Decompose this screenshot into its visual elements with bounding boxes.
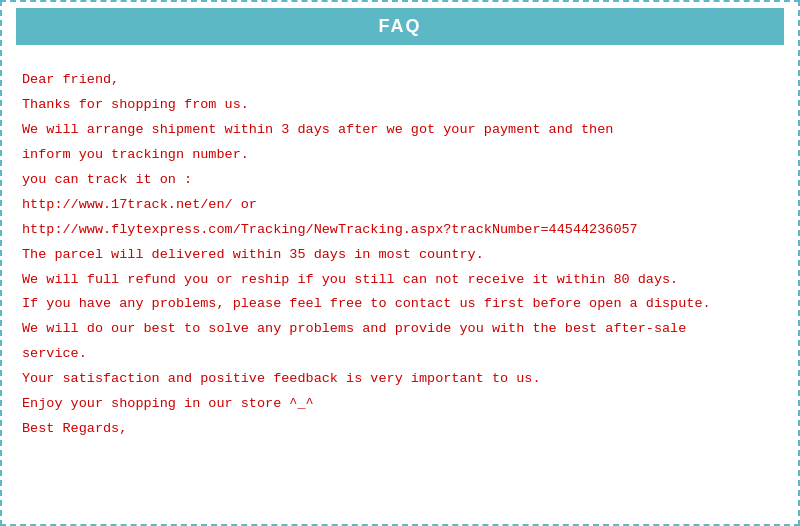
content-line: We will do our best to solve any problem… <box>22 318 778 341</box>
faq-title: FAQ <box>378 16 421 36</box>
content-line: inform you trackingn number. <box>22 144 778 167</box>
content-line: If you have any problems, please feel fr… <box>22 293 778 316</box>
content-line: http://www.17track.net/en/ or <box>22 194 778 217</box>
page-wrapper: FAQ Dear friend,Thanks for shopping from… <box>0 0 800 526</box>
content-line: We will arrange shipment within 3 days a… <box>22 119 778 142</box>
content-line: Dear friend, <box>22 69 778 92</box>
content-line: We will full refund you or reship if you… <box>22 269 778 292</box>
faq-content: Dear friend,Thanks for shopping from us.… <box>2 51 798 453</box>
content-line: service. <box>22 343 778 366</box>
content-line: Thanks for shopping from us. <box>22 94 778 117</box>
content-line: Your satisfaction and positive feedback … <box>22 368 778 391</box>
content-line: The parcel will delivered within 35 days… <box>22 244 778 267</box>
content-line: Best Regards, <box>22 418 778 441</box>
content-line: you can track it on : <box>22 169 778 192</box>
content-line: Enjoy your shopping in our store ^_^ <box>22 393 778 416</box>
content-line: http://www.flytexpress.com/Tracking/NewT… <box>22 219 778 242</box>
faq-header: FAQ <box>8 8 792 45</box>
